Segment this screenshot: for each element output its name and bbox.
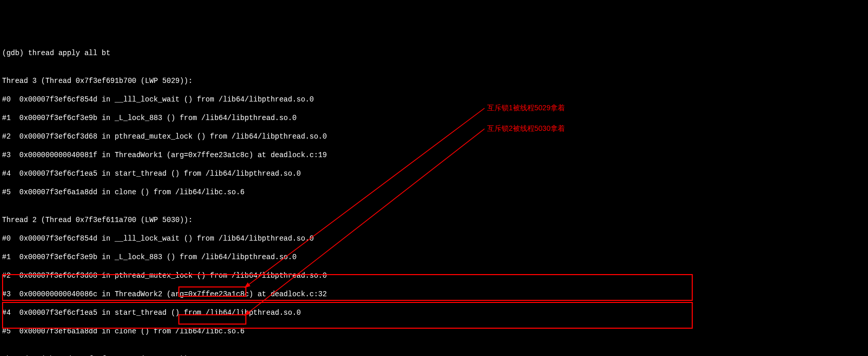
thread2-frame3: #3 0x000000000040086c in ThreadWork2 (ar… (2, 290, 866, 299)
thread3-frame3: #3 0x000000000040081f in ThreadWork1 (ar… (2, 150, 866, 160)
thread2-frame0: #0 0x00007f3ef6cf854d in __lll_lock_wait… (2, 234, 866, 243)
thread3-frame5: #5 0x00007f3ef6a1a8dd in clone () from /… (2, 188, 866, 197)
thread3-frame4: #4 0x00007f3ef6cf1ea5 in start_thread ()… (2, 169, 866, 178)
thread2-frame5: #5 0x00007f3ef6a1a8dd in clone () from /… (2, 327, 866, 336)
thread3-frame2: #2 0x00007f3ef6cf3d68 in pthread_mutex_l… (2, 132, 866, 141)
annotation-mutex2-owner: 互斥锁2被线程5030拿着 (487, 124, 565, 133)
thread3-frame1: #1 0x00007f3ef6cf3e9b in _L_lock_883 () … (2, 113, 866, 123)
thread2-frame2: #2 0x00007f3ef6cf3d68 in pthread_mutex_l… (2, 271, 866, 280)
thread2-frame4: #4 0x00007f3ef6cf1ea5 in start_thread ()… (2, 308, 866, 317)
thread2-frame1: #1 0x00007f3ef6cf3e9b in _L_lock_883 () … (2, 252, 866, 262)
thread3-frame0: #0 0x00007f3ef6cf854d in __lll_lock_wait… (2, 95, 866, 104)
annotation-mutex1-owner: 互斥锁1被线程5029拿着 (487, 103, 565, 112)
gdb-cmd-thread-apply: (gdb) thread apply all bt (2, 48, 866, 58)
thread3-header: Thread 3 (Thread 0x7f3ef691b700 (LWP 502… (2, 76, 866, 86)
thread2-header: Thread 2 (Thread 0x7f3ef611a700 (LWP 503… (2, 215, 866, 225)
terminal-output[interactable]: (gdb) thread apply all bt Thread 3 (Thre… (2, 39, 866, 356)
